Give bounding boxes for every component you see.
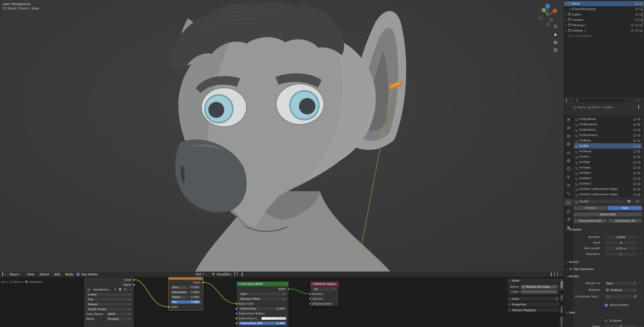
subsurface-ior-slider[interactable]: Subsurface IOR1.400 (239, 321, 286, 325)
list-item[interactable]: FurFaceExtra (574, 132, 642, 138)
alpha-output-socket[interactable] (133, 284, 135, 286)
fac-slider[interactable]: Fac1.000 (171, 300, 201, 304)
camera-icon[interactable] (637, 194, 640, 196)
monitor-icon[interactable] (633, 134, 636, 136)
list-item[interactable]: FurHair3 (574, 181, 642, 186)
material-output-node[interactable]: ▾ Material Output All▾ Surface Volume Di… (310, 281, 339, 306)
b-spline-checkbox[interactable] (605, 319, 608, 322)
node-panel-header[interactable]: ▾ Node (507, 278, 559, 283)
image-users-count[interactable]: 3 (113, 288, 117, 292)
camera-icon[interactable] (637, 161, 640, 163)
node-name-field[interactable]: Textura de imag... (521, 285, 557, 289)
presets-grid-icon[interactable] (557, 297, 557, 301)
render-panel-header[interactable]: ▾ Render (566, 275, 579, 278)
tab-object[interactable] (564, 165, 573, 172)
list-item[interactable]: FurEarExtra (574, 127, 642, 132)
monitor-icon[interactable] (633, 183, 636, 185)
camera-icon[interactable] (637, 183, 640, 185)
camera-icon[interactable] (637, 188, 640, 190)
list-item[interactable]: FurMustache (574, 122, 642, 127)
image-browse-button[interactable] (86, 288, 91, 292)
unlink-image-icon[interactable]: ✕ (129, 288, 133, 292)
camera-icon[interactable] (637, 118, 640, 120)
outliner-row-fenrir[interactable]: ▸ Fenrir ✓ (564, 1, 644, 6)
emitter-toggle-button[interactable]: Emitter (574, 206, 608, 210)
copy-material-icon[interactable] (234, 273, 235, 276)
properties-subpanel-header[interactable]: ▸ Properties (507, 302, 559, 307)
animate-dot[interactable] (640, 290, 641, 291)
material-id-block[interactable]: HeadSkin ✕ (210, 272, 240, 277)
hair-length-field[interactable]: 0.05 m (605, 246, 637, 251)
list-item[interactable]: FurHair2 (Alternative Style) (574, 192, 642, 197)
color-subpanel-header[interactable]: ▸ Color (507, 296, 559, 301)
material-dropdown[interactable]: FurBody ▾ (605, 288, 637, 292)
monitor-icon[interactable] (633, 194, 636, 196)
animate-dot[interactable] (640, 242, 641, 243)
properties-search-input[interactable] (574, 98, 626, 103)
tab-scene[interactable] (564, 149, 573, 156)
color-output-socket[interactable] (202, 281, 204, 284)
hair-toggle-button[interactable]: Hair (608, 206, 642, 210)
animate-dot[interactable] (640, 248, 641, 249)
animate-dot[interactable] (640, 326, 641, 327)
menu-add[interactable]: Add (52, 272, 62, 276)
tab-tool[interactable] (564, 116, 573, 123)
image-name-field[interactable]: HeadTextur... (92, 288, 113, 292)
steps-field[interactable]: 5 (605, 324, 637, 327)
bsdf-node-header[interactable]: ▾ Principled BSDF (237, 282, 288, 286)
number-field[interactable]: 10000 (605, 235, 637, 239)
sidetab-options[interactable]: Options (559, 316, 564, 327)
projection-dropdown[interactable]: Flat▾ (86, 297, 132, 301)
camera-icon[interactable] (637, 123, 640, 126)
tab-physics[interactable] (564, 182, 573, 189)
monitor-icon[interactable] (633, 118, 636, 120)
overlays-icon[interactable] (554, 273, 555, 276)
list-item[interactable]: FurArm (574, 154, 642, 159)
eye-icon[interactable] (635, 24, 638, 26)
monitor-icon[interactable] (633, 140, 636, 142)
outliner-row-fenrirarmature[interactable]: ▸ FenrirArmature ✓ (564, 6, 644, 12)
tab-render[interactable] (564, 124, 573, 131)
tab-output[interactable] (564, 132, 573, 140)
filter-chevron-icon[interactable]: ▾ (638, 99, 639, 102)
camera-icon[interactable] (637, 145, 640, 147)
camera-icon[interactable] (637, 177, 640, 179)
list-item[interactable]: FurBody (574, 138, 642, 143)
monitor-icon[interactable] (633, 177, 636, 179)
eye-icon[interactable] (635, 30, 638, 32)
hue-slider[interactable]: Hue0.500 (171, 285, 201, 289)
chevron-down-icon[interactable]: ▾ (312, 283, 313, 285)
camera-icon[interactable] (637, 156, 640, 158)
sidetab-view[interactable]: View (559, 304, 564, 315)
monitor-icon[interactable] (635, 3, 638, 5)
menu-select[interactable]: Select (38, 272, 51, 276)
particle-settings-name-field[interactable]: FurTail (574, 199, 624, 204)
outliner-row-clothes[interactable]: ▸ Clothes 4 ✓ (564, 28, 644, 33)
emission-panel-header[interactable]: ▾ Emission (566, 228, 581, 231)
open-image-icon[interactable] (123, 288, 128, 292)
camera-icon[interactable] (637, 167, 640, 169)
use-nodes-checkbox[interactable]: ✓ (77, 273, 80, 276)
monitor-icon[interactable] (633, 156, 636, 158)
chevron-right-icon[interactable]: ▸ (566, 18, 567, 21)
gizmo-x-neg-axis[interactable] (539, 17, 542, 19)
menu-view[interactable]: View (25, 272, 36, 276)
chevron-right-icon[interactable]: ▸ (566, 24, 567, 26)
gizmo-y-neg-axis[interactable] (550, 19, 553, 21)
alpha-mode-dropdown[interactable]: Straight▾ (106, 317, 132, 321)
segments-field[interactable]: 5 (605, 252, 637, 256)
list-item[interactable]: FurHair1 (Alternative Style) (574, 186, 642, 192)
monitor-icon[interactable] (633, 161, 636, 163)
subsurface-ior-input-socket[interactable] (235, 322, 238, 324)
snapping-icon[interactable] (551, 273, 552, 276)
list-item[interactable]: FurLegs (574, 165, 642, 170)
chevron-down-icon[interactable]: ▾ (561, 273, 562, 276)
texture-mapping-subpanel-header[interactable]: ▸ Texture Mapping (507, 308, 559, 312)
subsurface-slider[interactable]: Subsurface0.000 (239, 307, 286, 311)
value-slider[interactable]: Value1.000 (171, 295, 201, 299)
bsdf-output-socket[interactable] (287, 288, 290, 290)
monitor-icon[interactable] (633, 188, 636, 190)
tab-world[interactable] (564, 157, 573, 164)
output-node-header[interactable]: ▾ Material Output (310, 282, 339, 286)
pin-id-icon[interactable] (638, 105, 639, 109)
